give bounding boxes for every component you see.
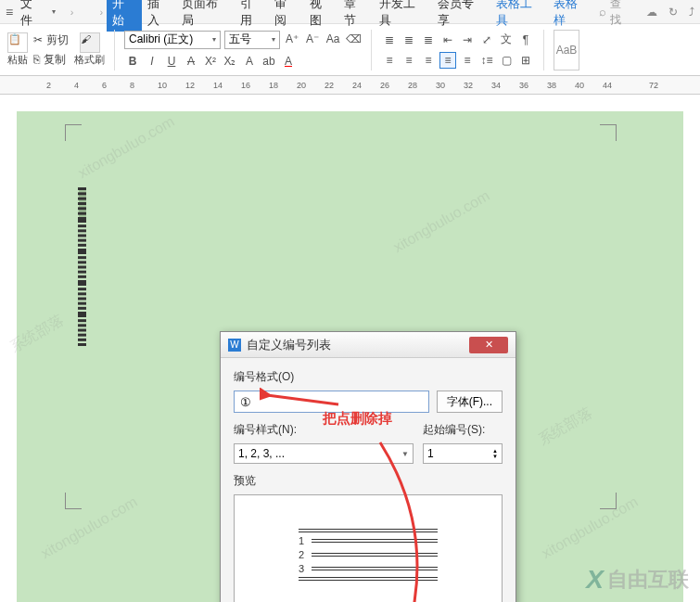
crop-mark <box>65 493 82 509</box>
align-center-button[interactable]: ≡ <box>401 52 417 69</box>
menu-bar: ≡ 文件 ▾ › › 开始 插入 页面布局 引用 审阅 视图 章节 开发工具 会… <box>0 0 700 24</box>
file-menu[interactable]: 文件 <box>17 0 48 29</box>
show-marks-button[interactable]: ¶ <box>517 32 534 48</box>
distribute-button[interactable]: ≡ <box>459 52 476 69</box>
align-right-button[interactable]: ≡ <box>420 52 437 69</box>
clear-format-icon[interactable]: ⌫ <box>345 31 362 47</box>
dialog-body: 编号格式(O) 字体(F)... 编号样式(N): 1, 2, 3, ...▼ … <box>221 358 515 602</box>
watermark: xitongbuluo.com <box>390 187 492 256</box>
chevron-down-icon: ▼ <box>401 450 409 458</box>
align-left-button[interactable]: ≡ <box>381 52 398 69</box>
tab-chapters[interactable]: 章节 <box>338 0 373 32</box>
tab-home[interactable]: 开始 <box>107 0 141 32</box>
start-number-spinner[interactable]: 1▲▼ <box>423 443 503 464</box>
paste-button[interactable]: 📋 粘贴 <box>7 32 28 67</box>
number-style-select[interactable]: 1, 2, 3, ...▼ <box>234 443 414 464</box>
superscript-button[interactable]: X² <box>202 53 219 70</box>
search-placeholder: 查找 <box>610 0 631 28</box>
crop-mark <box>600 493 617 509</box>
sort-button[interactable]: ⤢ <box>478 32 495 48</box>
decrease-indent-button[interactable]: ⇤ <box>439 32 456 48</box>
logo-text: 自由互联 <box>607 566 689 594</box>
font-button[interactable]: 字体(F)... <box>437 391 503 413</box>
logo-x-icon: X <box>586 565 604 595</box>
font-size-select[interactable]: 五号▾ <box>224 31 280 49</box>
tab-insert[interactable]: 插入 <box>142 0 176 32</box>
font-color-button[interactable]: A <box>280 53 297 70</box>
table-row[interactable] <box>79 251 86 283</box>
share-icon[interactable]: ⤴ <box>689 6 694 19</box>
underline-button[interactable]: U <box>163 53 180 70</box>
subscript-button[interactable]: X₂ <box>222 53 238 70</box>
increase-font-icon[interactable]: A⁺ <box>284 31 300 47</box>
document-table[interactable] <box>78 187 86 346</box>
strikethrough-button[interactable]: A <box>183 53 199 70</box>
highlight-button[interactable]: ab <box>261 53 277 70</box>
format-painter-button[interactable]: 🖌 格式刷 <box>74 32 105 67</box>
tab-page-layout[interactable]: 页面布局 <box>176 0 235 32</box>
ribbon-toolbar: 📋 粘贴 ✂剪切 ⎘复制 🖌 格式刷 Calibri (正文)▾ 五号▾ A⁺ … <box>0 24 700 76</box>
watermark: 系统部落 <box>6 311 68 357</box>
bold-button[interactable]: B <box>124 53 141 70</box>
chevron-right-icon[interactable]: › <box>99 6 103 18</box>
table-row[interactable] <box>79 283 86 314</box>
hamburger-icon[interactable]: ≡ <box>6 5 13 19</box>
numbering-button[interactable]: ≣ <box>401 32 417 48</box>
tab-table-style[interactable]: 表格样 <box>548 0 594 32</box>
spin-down-icon[interactable]: ▼ <box>492 454 498 459</box>
custom-numbering-dialog: W 自定义编号列表 ✕ 编号格式(O) 字体(F)... 编号样式(N): 1,… <box>220 331 516 602</box>
preview-num: 3 <box>299 563 306 574</box>
font-effect-button[interactable]: A <box>241 53 258 70</box>
watermark: 系统部落 <box>535 403 596 450</box>
preview-num: 2 <box>299 549 306 560</box>
tab-view[interactable]: 视图 <box>304 0 338 32</box>
dialog-titlebar[interactable]: W 自定义编号列表 ✕ <box>221 332 515 358</box>
app-icon: W <box>228 339 241 352</box>
copy-button[interactable]: ⎘复制 <box>33 52 69 68</box>
ribbon-tabs: 开始 插入 页面布局 引用 审阅 视图 章节 开发工具 会员专享 表格工具 表格… <box>107 0 594 32</box>
cloud-icon[interactable]: ☁ <box>646 6 657 19</box>
dropdown-arrow-icon[interactable]: ▾ <box>52 7 56 16</box>
sync-icon[interactable]: ↻ <box>668 6 678 19</box>
shading-button[interactable]: ▢ <box>498 52 515 69</box>
annotation-text: 把点删除掉 <box>323 410 392 428</box>
search-icon: ⌕ <box>599 5 606 19</box>
watermark: xitongbuluo.com <box>539 493 641 562</box>
close-button[interactable]: ✕ <box>469 337 508 353</box>
tab-member[interactable]: 会员专享 <box>432 0 490 32</box>
scissors-icon: ✂ <box>33 33 43 46</box>
tab-references[interactable]: 引用 <box>235 0 269 32</box>
search-box[interactable]: ⌕ 查找 <box>599 0 631 28</box>
borders-button[interactable]: ⊞ <box>517 52 534 69</box>
asian-layout-button[interactable]: 文 <box>498 32 515 48</box>
chevron-right-icon[interactable]: › <box>70 6 74 18</box>
tab-table-tools[interactable]: 表格工具 <box>490 0 549 32</box>
copy-icon: ⎘ <box>33 53 40 66</box>
table-row[interactable] <box>79 220 86 251</box>
preview-num: 1 <box>299 535 306 546</box>
divider <box>114 30 115 70</box>
tab-dev-tools[interactable]: 开发工具 <box>374 0 432 32</box>
top-right-icons: ☁ ↻ ⤴ <box>646 6 694 19</box>
clipboard-section: 📋 粘贴 <box>7 32 28 67</box>
style-sample[interactable]: AaB <box>554 30 579 70</box>
cut-button[interactable]: ✂剪切 <box>33 32 69 48</box>
increase-indent-button[interactable]: ⇥ <box>459 32 476 48</box>
multilevel-button[interactable]: ≣ <box>420 32 437 48</box>
align-justify-button[interactable]: ≡ <box>439 52 456 69</box>
italic-button[interactable]: I <box>144 53 160 70</box>
font-name-select[interactable]: Calibri (正文)▾ <box>124 31 221 49</box>
bullets-button[interactable]: ≣ <box>381 32 398 48</box>
table-row[interactable] <box>79 314 86 346</box>
watermark: xitongbuluo.com <box>75 113 177 182</box>
paste-icon: 📋 <box>7 32 28 53</box>
line-spacing-button[interactable]: ↕≡ <box>478 52 495 69</box>
tab-review[interactable]: 审阅 <box>269 0 303 32</box>
preview-box: 1 2 3 <box>234 494 503 602</box>
table-row[interactable] <box>79 188 86 220</box>
horizontal-ruler[interactable]: 2468101214161820222426283032343638404472 <box>0 76 700 95</box>
watermark: xitongbuluo.com <box>38 493 140 562</box>
divider <box>371 30 372 70</box>
decrease-font-icon[interactable]: A⁻ <box>304 31 321 47</box>
change-case-icon[interactable]: Aa <box>325 31 341 47</box>
